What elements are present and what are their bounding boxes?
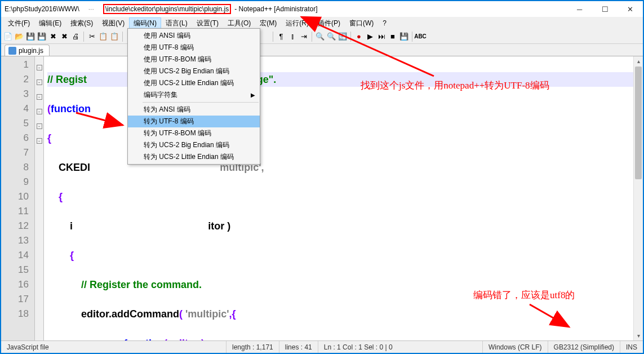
menu-convert-ucs2-be[interactable]: 转为 UCS-2 Big Endian 编码 [128,139,260,151]
menu-use-ucs2-le[interactable]: 使用 UCS-2 Little Endian 编码 [128,77,260,89]
show-chars-icon[interactable]: ⫿ [288,32,297,41]
menu-convert-ucs2-le[interactable]: 转为 UCS-2 Little Endian 编码 [128,151,260,163]
menu-convert-utf8-bom[interactable]: 转为 UTF-8-BOM 编码 [128,127,260,139]
annotation-bottom: 编码错了，应该是utf8的 [473,289,575,302]
save-all-icon[interactable]: 💾 [37,32,46,41]
close-all-icon[interactable]: ✖ [60,32,69,41]
menu-run[interactable]: 运行(R) [281,17,313,29]
status-ins: INS [620,341,643,353]
record-icon[interactable]: ● [354,32,363,41]
maximize-button[interactable]: ☐ [592,1,618,17]
status-eol: Windows (CR LF) [483,341,548,353]
status-encoding: GB2312 (Simplified) [548,341,620,353]
save-macro-icon[interactable]: 💾 [399,32,408,41]
cut-icon[interactable]: ✂ [87,32,96,41]
status-position: Ln : 1 Col : 1 Sel : 0 | 0 [318,341,483,353]
spellcheck-icon[interactable]: ABC [416,32,425,41]
indent-icon[interactable]: ⇥ [299,32,308,41]
menu-file[interactable]: 文件(F) [3,17,34,29]
menu-tools[interactable]: 工具(O) [223,17,255,29]
scroll-thumb[interactable] [635,67,642,179]
play-multi-icon[interactable]: ⏭ [377,32,386,41]
scroll-down-icon[interactable]: ▾ [634,331,643,340]
annotation-top: 找到这个js文件，用notepad++转为UTF-8编码 [361,79,549,92]
toolbar: 📄 📂 💾 💾 ✖ ✖ 🖨 ✂ 📋 📋 ↶ ↷ ¶ ⫿ ⇥ 🔍 🔍 🔄 ● ▶ … [1,29,643,44]
fold-gutter: - -- - - - [35,56,44,340]
menu-charset[interactable]: 编码字符集▶ [128,89,260,101]
menu-language[interactable]: 语言(L) [161,17,192,29]
encoding-dropdown: 使用 ANSI 编码 使用 UTF-8 编码 使用 UTF-8-BOM 编码 使… [127,28,260,165]
title-path-start: E:\phpStudy2016\WWW\ [5,5,79,13]
status-language: JavaScript file [1,341,226,353]
status-length: length : 1,171 [226,341,279,353]
file-icon [8,47,16,55]
menu-convert-utf8[interactable]: 转为 UTF-8 编码 [128,116,260,127]
close-button[interactable]: ✕ [618,1,643,17]
zoom-in-icon[interactable]: 🔍 [316,32,325,41]
menu-use-utf8-bom[interactable]: 使用 UTF-8-BOM 编码 [128,54,260,65]
play-icon[interactable]: ▶ [366,32,375,41]
title-app: - Notepad++ [Administrator] [234,5,317,13]
menu-use-utf8[interactable]: 使用 UTF-8 编码 [128,42,260,54]
menu-use-ucs2-be[interactable]: 使用 UCS-2 Big Endian 编码 [128,65,260,77]
menu-settings[interactable]: 设置(T) [192,17,223,29]
status-lines: lines : 41 [279,341,318,353]
tab-label: plugin.js [19,47,43,55]
menu-help[interactable]: ? [378,18,391,28]
tabbar: plugin.js [1,44,643,56]
line-number-gutter: 123 456 789 101112 131415 161718 [1,56,35,340]
sync-icon[interactable]: 🔄 [338,32,347,41]
menu-convert-ansi[interactable]: 转为 ANSI 编码 [128,104,260,116]
titlebar: E:\phpStudy2016\WWW\ ··· \include\ckedit… [1,1,643,17]
title-path-highlighted: \include\ckeditor\plugins\multipic\plugi… [103,4,231,14]
copy-icon[interactable]: 📋 [99,32,108,41]
open-file-icon[interactable]: 📂 [15,32,24,41]
paste-icon[interactable]: 📋 [110,32,119,41]
menu-search[interactable]: 搜索(S) [66,17,97,29]
menu-view[interactable]: 视图(V) [97,17,129,29]
submenu-arrow-icon: ▶ [251,92,255,98]
menu-edit[interactable]: 编辑(E) [34,17,66,29]
close-file-icon[interactable]: ✖ [48,32,57,41]
menu-macro[interactable]: 宏(M) [255,17,281,29]
new-file-icon[interactable]: 📄 [3,32,12,41]
zoom-out-icon[interactable]: 🔍 [327,32,336,41]
wordwrap-icon[interactable]: ¶ [277,32,286,41]
menu-encoding[interactable]: 编码(N) [129,17,161,29]
statusbar: JavaScript file length : 1,171 lines : 4… [1,340,643,353]
vertical-scrollbar[interactable]: ▴ ▾ [633,56,643,340]
print-icon[interactable]: 🖨 [71,32,80,41]
minimize-button[interactable]: ─ [567,1,592,17]
scroll-up-icon[interactable]: ▴ [634,56,643,66]
menu-window[interactable]: 窗口(W) [345,17,378,29]
tab-plugin-js[interactable]: plugin.js [5,45,50,56]
save-icon[interactable]: 💾 [26,32,35,41]
menubar: 文件(F) 编辑(E) 搜索(S) 视图(V) 编码(N) 语言(L) 设置(T… [1,17,643,29]
menu-plugins[interactable]: 插件(P) [313,17,345,29]
stop-icon[interactable]: ■ [388,32,397,41]
menu-use-ansi[interactable]: 使用 ANSI 编码 [128,30,260,42]
